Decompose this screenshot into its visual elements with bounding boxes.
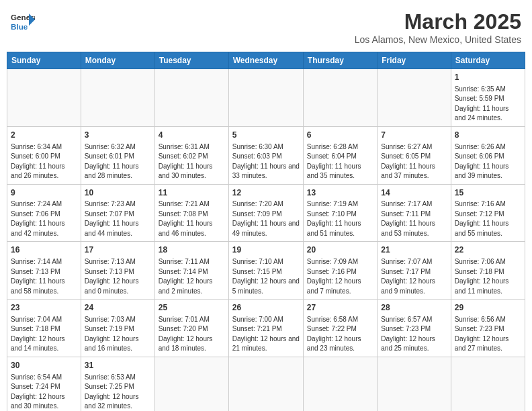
day-info: Sunrise: 6:32 AM Sunset: 6:01 PM Dayligh… [85, 142, 151, 181]
day-number: 5 [232, 130, 300, 141]
calendar-body: 1Sunrise: 6:35 AM Sunset: 5:59 PM Daylig… [7, 69, 525, 412]
day-info: Sunrise: 7:06 AM Sunset: 7:18 PM Dayligh… [455, 257, 521, 296]
day-cell [228, 69, 303, 127]
day-info: Sunrise: 6:31 AM Sunset: 6:02 PM Dayligh… [159, 142, 225, 181]
day-cell [154, 357, 228, 411]
day-cell: 28Sunrise: 6:57 AM Sunset: 7:23 PM Dayli… [378, 300, 451, 357]
day-info: Sunrise: 7:21 AM Sunset: 7:08 PM Dayligh… [159, 199, 225, 238]
month-title: March 2025 [355, 9, 521, 34]
day-cell: 23Sunrise: 7:04 AM Sunset: 7:18 PM Dayli… [7, 300, 81, 357]
day-cell: 29Sunrise: 6:56 AM Sunset: 7:23 PM Dayli… [451, 300, 525, 357]
day-info: Sunrise: 7:07 AM Sunset: 7:17 PM Dayligh… [381, 257, 447, 296]
day-number: 25 [159, 302, 225, 314]
day-cell: 27Sunrise: 6:58 AM Sunset: 7:22 PM Dayli… [303, 300, 377, 357]
day-number: 13 [307, 187, 373, 199]
day-info: Sunrise: 7:14 AM Sunset: 7:13 PM Dayligh… [11, 257, 77, 296]
day-cell: 3Sunrise: 6:32 AM Sunset: 6:01 PM Daylig… [81, 126, 154, 184]
day-cell [154, 69, 228, 127]
day-info: Sunrise: 7:00 AM Sunset: 7:21 PM Dayligh… [232, 315, 300, 354]
day-info: Sunrise: 6:26 AM Sunset: 6:06 PM Dayligh… [455, 142, 521, 181]
day-cell: 22Sunrise: 7:06 AM Sunset: 7:18 PM Dayli… [451, 242, 525, 300]
day-number: 18 [159, 244, 225, 256]
svg-text:Blue: Blue [11, 22, 28, 31]
day-number: 1 [455, 72, 521, 83]
day-number: 20 [307, 244, 373, 256]
week-row-1: 1Sunrise: 6:35 AM Sunset: 5:59 PM Daylig… [7, 69, 525, 127]
week-row-6: 30Sunrise: 6:54 AM Sunset: 7:24 PM Dayli… [7, 357, 525, 411]
day-cell [303, 69, 377, 127]
day-cell [81, 69, 154, 127]
day-info: Sunrise: 6:54 AM Sunset: 7:24 PM Dayligh… [11, 373, 77, 411]
day-cell [228, 357, 303, 411]
day-number: 24 [85, 302, 151, 314]
day-cell: 10Sunrise: 7:23 AM Sunset: 7:07 PM Dayli… [81, 184, 154, 242]
day-number: 11 [159, 187, 225, 199]
day-of-week-row: SundayMondayTuesdayWednesdayThursdayFrid… [7, 52, 525, 69]
day-info: Sunrise: 7:24 AM Sunset: 7:06 PM Dayligh… [11, 199, 77, 238]
location-subtitle: Los Alamos, New Mexico, United States [355, 34, 521, 45]
day-cell [303, 357, 377, 411]
week-row-2: 2Sunrise: 6:34 AM Sunset: 6:00 PM Daylig… [7, 126, 525, 184]
day-info: Sunrise: 7:13 AM Sunset: 7:13 PM Dayligh… [85, 257, 151, 296]
day-number: 6 [307, 130, 373, 141]
day-info: Sunrise: 7:10 AM Sunset: 7:15 PM Dayligh… [232, 257, 300, 296]
day-header-sunday: Sunday [7, 52, 81, 69]
day-number: 9 [11, 187, 77, 199]
day-info: Sunrise: 6:58 AM Sunset: 7:22 PM Dayligh… [307, 315, 373, 354]
day-cell: 11Sunrise: 7:21 AM Sunset: 7:08 PM Dayli… [154, 184, 228, 242]
day-header-monday: Monday [81, 52, 154, 69]
day-number: 21 [381, 244, 447, 256]
day-header-friday: Friday [378, 52, 451, 69]
day-info: Sunrise: 7:23 AM Sunset: 7:07 PM Dayligh… [85, 199, 151, 238]
week-row-3: 9Sunrise: 7:24 AM Sunset: 7:06 PM Daylig… [7, 184, 525, 242]
day-cell: 2Sunrise: 6:34 AM Sunset: 6:00 PM Daylig… [7, 126, 81, 184]
day-number: 19 [232, 244, 300, 256]
day-cell: 16Sunrise: 7:14 AM Sunset: 7:13 PM Dayli… [7, 242, 81, 300]
day-header-thursday: Thursday [303, 52, 377, 69]
day-number: 26 [232, 302, 300, 314]
day-cell: 18Sunrise: 7:11 AM Sunset: 7:14 PM Dayli… [154, 242, 228, 300]
day-cell: 1Sunrise: 6:35 AM Sunset: 5:59 PM Daylig… [451, 69, 525, 127]
day-cell: 12Sunrise: 7:20 AM Sunset: 7:09 PM Dayli… [228, 184, 303, 242]
day-info: Sunrise: 6:53 AM Sunset: 7:25 PM Dayligh… [85, 373, 151, 411]
day-cell [378, 69, 451, 127]
day-info: Sunrise: 7:11 AM Sunset: 7:14 PM Dayligh… [159, 257, 225, 296]
logo-icon: General Blue [11, 9, 35, 34]
day-number: 14 [381, 187, 447, 199]
day-header-saturday: Saturday [451, 52, 525, 69]
day-info: Sunrise: 6:34 AM Sunset: 6:00 PM Dayligh… [11, 142, 77, 181]
day-cell: 7Sunrise: 6:27 AM Sunset: 6:05 PM Daylig… [378, 126, 451, 184]
day-cell: 6Sunrise: 6:28 AM Sunset: 6:04 PM Daylig… [303, 126, 377, 184]
day-cell: 15Sunrise: 7:16 AM Sunset: 7:12 PM Dayli… [451, 184, 525, 242]
day-cell: 19Sunrise: 7:10 AM Sunset: 7:15 PM Dayli… [228, 242, 303, 300]
week-row-5: 23Sunrise: 7:04 AM Sunset: 7:18 PM Dayli… [7, 300, 525, 357]
day-cell [378, 357, 451, 411]
day-cell [451, 357, 525, 411]
day-info: Sunrise: 6:57 AM Sunset: 7:23 PM Dayligh… [381, 315, 447, 354]
day-info: Sunrise: 7:17 AM Sunset: 7:11 PM Dayligh… [381, 199, 447, 238]
day-cell: 31Sunrise: 6:53 AM Sunset: 7:25 PM Dayli… [81, 357, 154, 411]
day-info: Sunrise: 7:04 AM Sunset: 7:18 PM Dayligh… [11, 315, 77, 354]
logo: General Blue [11, 9, 35, 34]
day-cell: 24Sunrise: 7:03 AM Sunset: 7:19 PM Dayli… [81, 300, 154, 357]
day-info: Sunrise: 7:03 AM Sunset: 7:19 PM Dayligh… [85, 315, 151, 354]
day-number: 3 [85, 130, 151, 141]
day-number: 12 [232, 187, 300, 199]
day-number: 29 [455, 302, 521, 314]
day-cell: 21Sunrise: 7:07 AM Sunset: 7:17 PM Dayli… [378, 242, 451, 300]
week-row-4: 16Sunrise: 7:14 AM Sunset: 7:13 PM Dayli… [7, 242, 525, 300]
day-cell: 5Sunrise: 6:30 AM Sunset: 6:03 PM Daylig… [228, 126, 303, 184]
day-cell: 9Sunrise: 7:24 AM Sunset: 7:06 PM Daylig… [7, 184, 81, 242]
day-number: 15 [455, 187, 521, 199]
day-number: 23 [11, 302, 77, 314]
day-info: Sunrise: 7:20 AM Sunset: 7:09 PM Dayligh… [232, 199, 300, 238]
day-cell: 17Sunrise: 7:13 AM Sunset: 7:13 PM Dayli… [81, 242, 154, 300]
day-number: 31 [85, 360, 151, 371]
day-number: 27 [307, 302, 373, 314]
calendar-table: SundayMondayTuesdayWednesdayThursdayFrid… [7, 52, 525, 411]
day-cell: 20Sunrise: 7:09 AM Sunset: 7:16 PM Dayli… [303, 242, 377, 300]
day-number: 10 [85, 187, 151, 199]
day-number: 2 [11, 130, 77, 141]
day-cell: 8Sunrise: 6:26 AM Sunset: 6:06 PM Daylig… [451, 126, 525, 184]
day-cell: 14Sunrise: 7:17 AM Sunset: 7:11 PM Dayli… [378, 184, 451, 242]
